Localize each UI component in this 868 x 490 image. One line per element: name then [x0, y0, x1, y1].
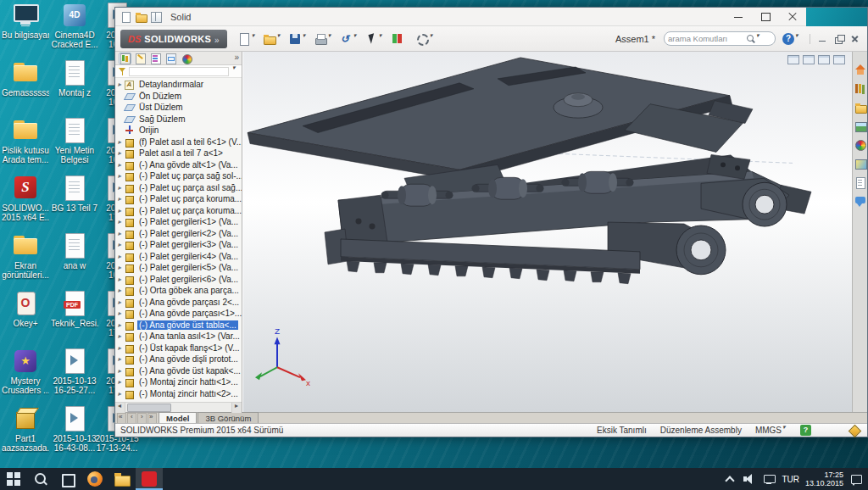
- taskpane-resources-tab[interactable]: [854, 64, 866, 76]
- tree-item[interactable]: (-) Ana gövde parçası<1>...: [115, 308, 242, 320]
- undo-button[interactable]: [337, 31, 361, 47]
- expander-icon[interactable]: [117, 170, 125, 181]
- tree-item[interactable]: (-) Palet gergileri<3> (Va...: [115, 239, 242, 251]
- maximize-button[interactable]: [752, 8, 779, 25]
- desktop-icon[interactable]: ana w: [51, 232, 98, 290]
- close-button[interactable]: [779, 8, 806, 25]
- panel-flyout-chevron[interactable]: [234, 53, 239, 62]
- minimize-button[interactable]: [725, 8, 752, 25]
- expander-icon[interactable]: [117, 342, 125, 354]
- taskpane-scenes-tab[interactable]: [854, 157, 866, 170]
- horizontal-scrollbar[interactable]: [115, 402, 242, 412]
- desktop-icon[interactable]: SOLIDWO...2015 x64 E...: [2, 175, 49, 232]
- file-explorer-button[interactable]: [108, 468, 136, 490]
- tree-filter-input[interactable]: [129, 67, 229, 76]
- tree-item[interactable]: (-) Ana gövde dişli protot...: [115, 354, 242, 365]
- scroll-left-icon[interactable]: [115, 403, 125, 413]
- tree-item[interactable]: Ön Düzlem: [115, 91, 242, 103]
- tab-scroll-last-icon[interactable]: [147, 413, 157, 423]
- viewport-pane-icon-3[interactable]: [818, 55, 830, 64]
- select-button[interactable]: [363, 31, 387, 47]
- tree-item[interactable]: Sağ Düzlem: [115, 114, 242, 125]
- dropdown-caret-icon[interactable]: [378, 34, 385, 44]
- tab-3d-views[interactable]: 3B Görünüm: [198, 412, 259, 423]
- dropdown-caret-icon[interactable]: [251, 34, 258, 44]
- dropdown-caret-icon[interactable]: [302, 34, 309, 44]
- rebuild-button[interactable]: [388, 31, 412, 47]
- taskpane-view-palette-tab[interactable]: [854, 120, 866, 132]
- tree-item[interactable]: (-) Orta göbek ana parça...: [115, 285, 242, 297]
- quick-tips-help-icon[interactable]: ?: [800, 425, 811, 436]
- doc-restore-icon[interactable]: [833, 34, 844, 44]
- expander-icon[interactable]: [117, 297, 125, 308]
- tree-item[interactable]: Üst Düzlem: [115, 102, 242, 114]
- expander-icon[interactable]: [117, 79, 125, 90]
- taskpane-forum-tab[interactable]: [854, 194, 866, 207]
- tree-item[interactable]: (-) Palet gergileri<2> (Va...: [115, 228, 242, 240]
- expander-icon[interactable]: [117, 182, 125, 193]
- dropdown-caret-icon[interactable]: [429, 34, 436, 44]
- search-input[interactable]: [668, 34, 746, 43]
- firefox-button[interactable]: [81, 468, 108, 490]
- desktop-icon[interactable]: Montaj z: [51, 59, 98, 117]
- titlebar[interactable]: Solid: [115, 8, 867, 26]
- save-button[interactable]: [287, 31, 310, 47]
- clock[interactable]: 17:25 13.10.2015: [805, 471, 843, 487]
- dimxpertmanager-tab[interactable]: [164, 53, 177, 64]
- volume-icon[interactable]: [743, 472, 756, 486]
- titlebar-open-icon[interactable]: [135, 11, 147, 23]
- expander-icon[interactable]: [117, 365, 125, 376]
- desktop-icon[interactable]: Pislik kutusuArada tem...: [2, 117, 49, 175]
- tree-item[interactable]: (-) Ana gövde alt<1> (Va...: [115, 159, 242, 171]
- dropdown-caret-icon[interactable]: [353, 34, 359, 44]
- desktop-icon[interactable]: Yeni MetinBelgesi: [51, 117, 98, 175]
- search-taskbar-button[interactable]: [27, 468, 54, 490]
- units-dropdown[interactable]: MMGS: [755, 426, 788, 436]
- dropdown-caret-icon[interactable]: [276, 34, 283, 44]
- expander-icon[interactable]: [117, 331, 125, 342]
- help-caret-icon[interactable]: [794, 34, 801, 44]
- help-button[interactable]: ?: [782, 33, 801, 45]
- desktop-icon[interactable]: Ekrangörüntüleri...: [2, 232, 49, 290]
- desktop-icon[interactable]: Gemassssss: [2, 59, 49, 117]
- filter-caret-icon[interactable]: [231, 66, 238, 76]
- language-indicator[interactable]: TUR: [782, 475, 799, 484]
- tree-item[interactable]: (-) Ana gövde üst kapak<...: [115, 365, 242, 377]
- expander-icon[interactable]: [117, 193, 125, 204]
- desktop-icon[interactable]: BG 13 Teil 7: [51, 175, 98, 232]
- tree-item[interactable]: (-) Palet uç parça sağ sol-...: [115, 170, 242, 182]
- tree-item[interactable]: Palet asıl a teil 7 a<1>: [115, 148, 242, 159]
- task-view-button[interactable]: [54, 468, 81, 490]
- viewport-pane-icon-4[interactable]: [833, 55, 845, 64]
- doc-minimize-icon[interactable]: [817, 34, 828, 44]
- desktop-icon[interactable]: Teknik_Resi...: [51, 290, 98, 348]
- expander-icon[interactable]: [117, 228, 125, 239]
- network-icon[interactable]: [762, 472, 776, 486]
- tab-scroll-next-icon[interactable]: [137, 413, 147, 423]
- tree-item[interactable]: (-) Palet gergileri<1> (Va...: [115, 216, 242, 228]
- tree-item[interactable]: Orijin: [115, 125, 242, 136]
- tab-scroll-prev-icon[interactable]: [127, 413, 136, 423]
- taskpane-file-explorer-tab[interactable]: [854, 101, 866, 114]
- tray-expand-icon[interactable]: [723, 472, 737, 486]
- open-button[interactable]: [261, 31, 285, 47]
- viewport-pane-icon-1[interactable]: [787, 55, 799, 64]
- tab-scroll-first-icon[interactable]: [117, 413, 126, 423]
- desktop-icon[interactable]: 2015-10-1316-25-27...: [51, 348, 98, 405]
- taskpane-design-library-tab[interactable]: [854, 82, 866, 95]
- solidworks-taskbar-button[interactable]: [136, 468, 163, 490]
- doc-close-icon[interactable]: [849, 34, 860, 44]
- tree-item[interactable]: (-) Montaj zincir hattı<2>...: [115, 388, 242, 400]
- tree-item[interactable]: (-) Üst kapak flanş<1> (V...: [115, 342, 242, 354]
- tree-item[interactable]: (-) Palet uç parça koruma...: [115, 193, 242, 205]
- search-caret-icon[interactable]: [755, 34, 762, 44]
- expander-icon[interactable]: [117, 159, 125, 170]
- status-tag-icon[interactable]: [849, 425, 860, 436]
- expander-icon[interactable]: [117, 388, 125, 399]
- dropdown-caret-icon[interactable]: [327, 34, 334, 44]
- expander-icon[interactable]: [117, 136, 125, 148]
- options-button[interactable]: [414, 31, 437, 47]
- tree-item[interactable]: (-) Palet uç parça asıl sağ...: [115, 182, 242, 194]
- expander-icon[interactable]: [117, 285, 125, 296]
- featuremanager-tab[interactable]: [119, 53, 131, 64]
